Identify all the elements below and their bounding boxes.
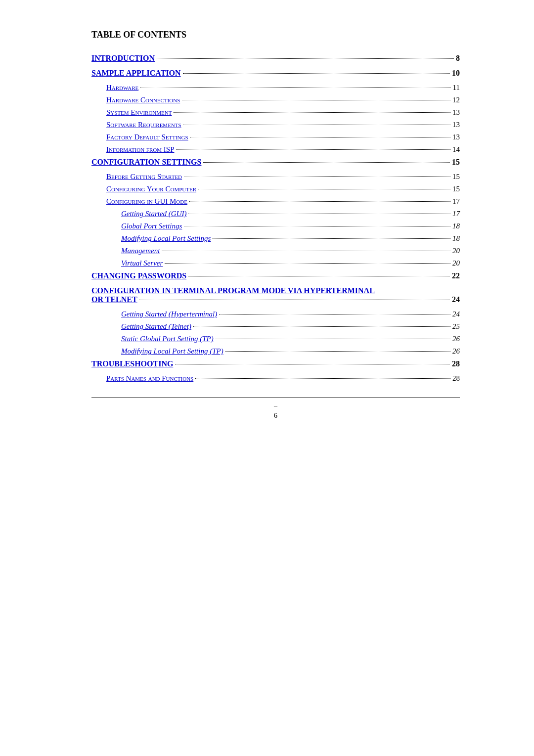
toc-dots — [165, 263, 450, 264]
toc-dots — [190, 137, 450, 137]
toc-entry-hardware[interactable]: Hardware 11 — [106, 84, 460, 92]
toc-page-factory-default-settings: 13 — [452, 133, 460, 141]
toc-dots — [225, 351, 450, 352]
toc-text-configuration-terminal-line1: CONFIGURATION IN TERMINAL PROGRAM MODE V… — [91, 286, 375, 295]
footer-divider: – — [91, 398, 460, 410]
toc-page-before-getting-started: 15 — [452, 173, 460, 181]
toc-title: TABLE OF CONTENTS — [91, 30, 460, 40]
toc-entry-before-getting-started[interactable]: Before Getting Started 15 — [106, 173, 460, 181]
toc-text-getting-started-telnet: Getting Started (Telnet) — [121, 322, 191, 331]
toc-dots — [183, 73, 450, 74]
toc-text-hardware: Hardware — [106, 84, 138, 92]
toc-dots — [139, 300, 450, 300]
toc-page-changing-passwords: 22 — [452, 271, 460, 280]
toc-page-getting-started-telnet: 25 — [452, 322, 460, 331]
toc-text-modifying-local-port-setting-tp: Modifying Local Port Setting (TP) — [121, 347, 223, 356]
toc-entry-static-global-port-setting-tp[interactable]: Static Global Port Setting (TP) 26 — [121, 335, 460, 343]
toc-entry-software-requirements[interactable]: Software Requirements 13 — [106, 121, 460, 129]
toc-text-configuration-settings: CONFIGURATION SETTINGS — [91, 158, 201, 167]
toc-page-modifying-local-port-setting-tp: 26 — [452, 347, 460, 356]
toc-text-troubleshooting: TROUBLESHOOTING — [91, 359, 173, 368]
toc-text-software-requirements: Software Requirements — [106, 121, 181, 129]
toc-entry-modifying-local-port-settings[interactable]: Modifying Local Port Settings 18 — [121, 234, 460, 243]
toc-page-configuring-in-gui-mode: 17 — [452, 197, 460, 206]
toc-page-management: 20 — [452, 247, 460, 255]
toc-page-hardware-connections: 12 — [452, 96, 460, 104]
toc-page-hardware: 11 — [453, 84, 460, 92]
toc-page-configuration-settings: 15 — [452, 158, 460, 167]
toc-text-system-environment: System Environment — [106, 108, 172, 117]
toc-dots — [188, 276, 450, 276]
toc-entry-system-environment[interactable]: System Environment 13 — [106, 108, 460, 117]
toc-dots — [198, 189, 450, 189]
toc-text-management: Management — [121, 247, 160, 255]
toc-page-modifying-local-port-settings: 18 — [452, 234, 460, 243]
toc-entry-changing-passwords[interactable]: CHANGING PASSWORDS 22 — [91, 271, 460, 280]
toc-page-configuration-terminal: 24 — [452, 295, 460, 304]
toc-entry-factory-default-settings[interactable]: Factory Default Settings 13 — [106, 133, 460, 141]
toc-dots — [188, 214, 450, 214]
toc-text-getting-started-hyperterminal: Getting Started (Hyperterminal) — [121, 310, 217, 318]
toc-text-static-global-port-setting-tp: Static Global Port Setting (TP) — [121, 335, 214, 343]
toc-page-system-environment: 13 — [452, 108, 460, 117]
toc-page-configuring-your-computer: 15 — [452, 185, 460, 193]
toc-entry-parts-names-and-functions[interactable]: Parts Names and Functions 28 — [106, 374, 460, 383]
toc-entry-getting-started-hyperterminal[interactable]: Getting Started (Hyperterminal) 24 — [121, 310, 460, 318]
toc-text-global-port-settings: Global Port Settings — [121, 222, 182, 230]
toc-page-static-global-port-setting-tp: 26 — [452, 335, 460, 343]
toc-page-introduction: 8 — [456, 54, 460, 63]
toc-entry-configuration-terminal[interactable]: CONFIGURATION IN TERMINAL PROGRAM MODE V… — [91, 286, 460, 304]
toc-text-factory-default-settings: Factory Default Settings — [106, 133, 188, 141]
toc-entry-configuring-your-computer[interactable]: Configuring Your Computer 15 — [106, 185, 460, 193]
footer-dash: – — [274, 402, 277, 409]
toc-dots — [193, 326, 450, 327]
toc-page-troubleshooting: 28 — [452, 359, 460, 368]
toc-text-configuring-your-computer: Configuring Your Computer — [106, 185, 196, 193]
toc-dots — [189, 201, 450, 202]
toc-dots — [213, 238, 450, 239]
toc-text-information-from-isp: Information from ISP — [106, 145, 174, 154]
toc-dots — [183, 125, 450, 125]
toc-dots — [182, 100, 450, 100]
toc-entry-configuration-settings[interactable]: CONFIGURATION SETTINGS 15 — [91, 158, 460, 167]
toc-text-hardware-connections: Hardware Connections — [106, 96, 180, 104]
toc-entry-introduction[interactable]: INTRODUCTION 8 — [91, 54, 460, 63]
toc-page-getting-started-hyperterminal: 24 — [452, 310, 460, 318]
toc-entry-getting-started-gui[interactable]: Getting Started (GUI) 17 — [121, 210, 460, 218]
toc-page-global-port-settings: 18 — [452, 222, 460, 230]
toc-text-introduction: INTRODUCTION — [91, 54, 155, 63]
toc-dots — [175, 364, 450, 364]
toc-text-changing-passwords: CHANGING PASSWORDS — [91, 271, 186, 280]
toc-dots — [184, 177, 450, 177]
toc-dots — [162, 251, 450, 251]
toc-page-information-from-isp: 14 — [452, 145, 460, 154]
toc-entry-virtual-server[interactable]: Virtual Server 20 — [121, 259, 460, 267]
toc-dots — [176, 149, 450, 150]
toc-dots — [157, 58, 454, 59]
toc-entry-global-port-settings[interactable]: Global Port Settings 18 — [121, 222, 460, 230]
toc-page-software-requirements: 13 — [452, 121, 460, 129]
toc-text-configuration-terminal-line2: OR TELNET — [91, 295, 137, 304]
toc-page-parts-names-and-functions: 28 — [452, 374, 460, 383]
toc-entry-sample-application[interactable]: SAMPLE APPLICATION 10 — [91, 69, 460, 78]
toc-dots — [219, 314, 450, 314]
toc-text-before-getting-started: Before Getting Started — [106, 173, 182, 181]
toc-entry-troubleshooting[interactable]: TROUBLESHOOTING 28 — [91, 359, 460, 368]
toc-text-modifying-local-port-settings: Modifying Local Port Settings — [121, 234, 211, 243]
toc-text-virtual-server: Virtual Server — [121, 259, 163, 267]
toc-dots — [140, 88, 450, 88]
toc-entry-information-from-isp[interactable]: Information from ISP 14 — [106, 145, 460, 154]
toc-dots — [174, 112, 450, 113]
toc-entry-modifying-local-port-setting-tp[interactable]: Modifying Local Port Setting (TP) 26 — [121, 347, 460, 356]
toc-entry-management[interactable]: Management 20 — [121, 247, 460, 255]
toc-text-sample-application: SAMPLE APPLICATION — [91, 69, 181, 78]
toc-text-parts-names-and-functions: Parts Names and Functions — [106, 374, 193, 383]
toc-dots — [216, 339, 450, 339]
toc-page: TABLE OF CONTENTS INTRODUCTION 8 SAMPLE … — [54, 0, 480, 449]
toc-entry-hardware-connections[interactable]: Hardware Connections 12 — [106, 96, 460, 104]
toc-text-getting-started-gui: Getting Started (GUI) — [121, 210, 186, 218]
toc-dots — [195, 378, 450, 379]
toc-entry-getting-started-telnet[interactable]: Getting Started (Telnet) 25 — [121, 322, 460, 331]
toc-entry-configuring-in-gui-mode[interactable]: Configuring in GUI Mode 17 — [106, 197, 460, 206]
toc-page-sample-application: 10 — [452, 69, 460, 78]
